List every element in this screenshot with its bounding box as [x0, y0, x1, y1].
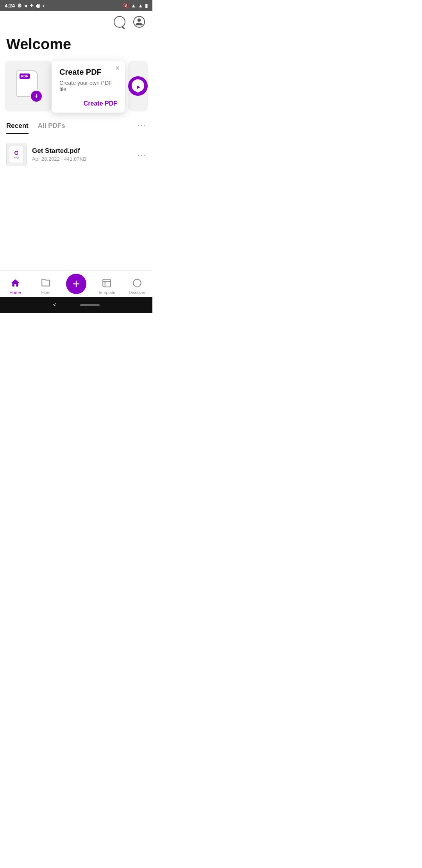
nav-label-discover: Discover	[129, 290, 146, 295]
send-icon: ✈	[29, 3, 34, 9]
file-list: G PDF Get Started.pdf Apr 28,2022 · 441.…	[0, 134, 152, 175]
file-more-button[interactable]: ···	[137, 150, 146, 159]
status-bar: 4:24 ⚙ ◂ ✈ ◉ • 🔇 ▲ ▲ ▮	[0, 0, 152, 11]
template-icon	[101, 278, 112, 289]
file-date: Apr 28,2022	[32, 156, 60, 162]
foxit-logo	[128, 76, 148, 96]
search-icon	[114, 16, 125, 28]
android-nav: <	[0, 297, 152, 313]
search-button[interactable]	[113, 15, 127, 29]
tooltip-close-button[interactable]: ×	[115, 65, 120, 72]
file-thumbnail: G PDF	[6, 143, 27, 166]
tabs-section: Recent All PDFs ···	[0, 113, 152, 134]
tooltip-popup: × Create PDF Create your own PDF file Cr…	[52, 61, 125, 113]
file-thumb-pdf: PDF	[14, 157, 19, 160]
dot-icon: •	[43, 3, 45, 9]
gear-icon: ⚙	[17, 3, 22, 9]
content-spacer	[0, 175, 152, 270]
tab-recent[interactable]: Recent	[6, 120, 29, 134]
home-icon	[10, 278, 21, 289]
cards-row: PDF + × Create PDF Create your own PDF f…	[0, 61, 152, 113]
nav-item-files[interactable]: Files	[34, 278, 57, 295]
nav-item-discover[interactable]: Discover	[125, 278, 149, 295]
top-bar	[0, 11, 152, 33]
pdf-badge: PDF	[20, 74, 30, 79]
welcome-title: Welcome	[6, 36, 146, 53]
bottom-nav: Home Files Template	[0, 270, 152, 297]
file-size: 441.87KB	[64, 156, 86, 162]
foxit-svg	[131, 79, 145, 93]
tabs-more-button[interactable]: ···	[137, 121, 146, 134]
location-icon: ◂	[24, 3, 27, 9]
nav-label-template: Template	[98, 290, 116, 295]
whatsapp-icon: ◉	[36, 3, 40, 9]
pdf-plus-icon: +	[31, 91, 42, 102]
account-button[interactable]	[132, 15, 146, 29]
android-back-button[interactable]: <	[53, 301, 56, 308]
files-icon	[40, 278, 51, 289]
discover-icon	[132, 278, 143, 289]
svg-rect-0	[103, 279, 111, 287]
file-separator: ·	[61, 156, 64, 162]
file-name: Get Started.pdf	[32, 147, 132, 155]
file-thumb-g: G	[14, 150, 19, 156]
pdf-create-icon: PDF +	[14, 70, 42, 102]
tab-all-pdfs[interactable]: All PDFs	[38, 120, 65, 134]
svg-point-1	[133, 279, 141, 287]
status-left: 4:24 ⚙ ◂ ✈ ◉ •	[5, 3, 45, 9]
signal-icon: ▲	[138, 3, 143, 9]
wifi-icon: ▲	[131, 3, 136, 9]
welcome-section: Welcome	[0, 33, 152, 61]
status-right: 🔇 ▲ ▲ ▮	[123, 3, 148, 9]
tooltip-title: Create PDF	[59, 68, 117, 77]
nav-item-template[interactable]: Template	[95, 278, 118, 295]
status-time: 4:24	[5, 3, 15, 9]
tabs-row: Recent All PDFs ···	[6, 120, 146, 134]
tooltip-action-button[interactable]: Create PDF	[59, 100, 117, 107]
account-icon	[133, 16, 145, 28]
nav-item-home[interactable]: Home	[4, 278, 27, 295]
add-fab-button[interactable]	[66, 274, 86, 294]
file-meta: Apr 28,2022 · 441.87KB	[32, 156, 132, 162]
plus-icon	[71, 278, 82, 289]
svg-marker-2	[136, 282, 139, 285]
nav-item-add[interactable]	[64, 274, 88, 295]
tooltip-description: Create your own PDF file	[59, 80, 117, 92]
foxit-card[interactable]	[128, 61, 148, 111]
nav-label-home: Home	[9, 290, 21, 295]
mute-icon: 🔇	[123, 3, 129, 9]
create-pdf-card[interactable]: PDF +	[5, 61, 52, 111]
file-info: Get Started.pdf Apr 28,2022 · 441.87KB	[32, 147, 132, 162]
battery-icon: ▮	[145, 3, 148, 9]
table-row[interactable]: G PDF Get Started.pdf Apr 28,2022 · 441.…	[6, 139, 146, 170]
android-home-pill[interactable]	[80, 304, 100, 306]
nav-label-files: Files	[41, 290, 50, 295]
account-svg	[135, 18, 143, 26]
